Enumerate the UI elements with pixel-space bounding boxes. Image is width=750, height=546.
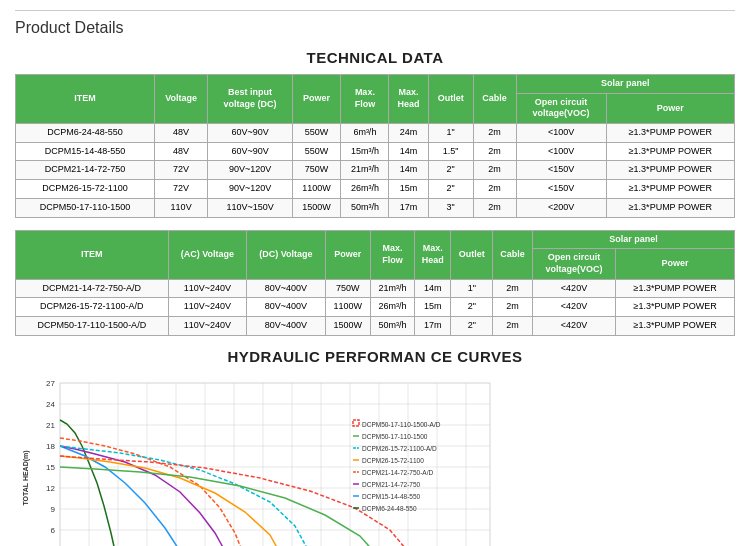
table-row: DCPM50-17-110-1500 110V 110V~150V 1500W …: [16, 198, 735, 217]
cell: 90V~120V: [208, 161, 292, 180]
cell: <150V: [516, 180, 606, 199]
col-max-head2: Max.Head: [415, 230, 451, 279]
cell: 26m³/h: [341, 180, 389, 199]
cell: 2m: [473, 142, 516, 161]
cell: 50m³/h: [370, 316, 414, 335]
cell: 1.5": [428, 142, 473, 161]
col-cable2: Cable: [493, 230, 533, 279]
svg-text:12: 12: [46, 484, 55, 493]
table-row: DCPM26-15-72-1100 72V 90V~120V 1100W 26m…: [16, 180, 735, 199]
col-solar-panel2: Solar panel: [532, 230, 734, 249]
table-row: DCPM50-17-110-1500-A/D 110V~240V 80V~400…: [16, 316, 735, 335]
svg-text:DCPM26-15-72-1100: DCPM26-15-72-1100: [362, 457, 424, 464]
cell: ≥1.3*PUMP POWER: [606, 161, 734, 180]
cell: ≥1.3*PUMP POWER: [606, 180, 734, 199]
cell: 2m: [493, 279, 533, 298]
cell: 110V~240V: [168, 298, 246, 317]
cell: 6m³/h: [341, 124, 389, 143]
cell: 90V~120V: [208, 180, 292, 199]
cell: 1500W: [292, 198, 341, 217]
svg-text:TOTAL HEAD(m): TOTAL HEAD(m): [22, 450, 30, 505]
svg-text:DCPM15-14-48-550: DCPM15-14-48-550: [362, 493, 421, 500]
table-row: DCPM21-14-72-750 72V 90V~120V 750W 21m³/…: [16, 161, 735, 180]
cell: 17m: [415, 316, 451, 335]
cell: 21m³/h: [370, 279, 414, 298]
section2-title: HYDRAULIC PERFORMAN CE CURVES: [15, 348, 735, 365]
col-open-circuit2: Open circuitvoltage(VOC): [532, 249, 615, 279]
col-max-flow2: Max.Flow: [370, 230, 414, 279]
svg-text:DCPM26-15-72-1100-A/D: DCPM26-15-72-1100-A/D: [362, 445, 437, 452]
cell: 1": [451, 279, 493, 298]
cell: 2": [451, 298, 493, 317]
table-row: DCPM21-14-72-750-A/D 110V~240V 80V~400V …: [16, 279, 735, 298]
cell: 2m: [493, 316, 533, 335]
cell: 50m³/h: [341, 198, 389, 217]
cell: 2": [428, 161, 473, 180]
page-wrapper: Product Details TECHNICAL DATA ITEM Volt…: [0, 0, 750, 546]
cell: 17m: [389, 198, 428, 217]
cell: 80V~400V: [247, 298, 325, 317]
cell: DCPM6-24-48-550: [16, 124, 155, 143]
col-power2: Power: [325, 230, 370, 279]
col-solar-power2: Power: [616, 249, 735, 279]
cell: 14m: [415, 279, 451, 298]
cell: 80V~400V: [247, 316, 325, 335]
svg-text:24: 24: [46, 400, 55, 409]
svg-text:18: 18: [46, 442, 55, 451]
col-ac-voltage: (AC) Voltage: [168, 230, 246, 279]
cell: 26m³/h: [370, 298, 414, 317]
cell: 2m: [473, 180, 516, 199]
cell: <100V: [516, 124, 606, 143]
col-voltage: Voltage: [154, 75, 208, 124]
cell: 1": [428, 124, 473, 143]
table-row: DCPM6-24-48-550 48V 60V~90V 550W 6m³/h 2…: [16, 124, 735, 143]
cell: DCPM50-17-110-1500: [16, 198, 155, 217]
cell: 15m: [389, 180, 428, 199]
col-open-circuit: Open circuitvoltage(VOC): [516, 93, 606, 123]
cell: <420V: [532, 279, 615, 298]
chart-svg: 27 24 21 18 15 12 9 6 3 0 0 4 8 12 16 20…: [15, 373, 735, 546]
svg-text:9: 9: [51, 505, 56, 514]
cell: 550W: [292, 124, 341, 143]
svg-text:15: 15: [46, 463, 55, 472]
svg-text:DCPM21-14-72-750: DCPM21-14-72-750: [362, 481, 421, 488]
cell: 60V~90V: [208, 124, 292, 143]
cell: 24m: [389, 124, 428, 143]
table-row: DCPM26-15-72-1100-A/D 110V~240V 80V~400V…: [16, 298, 735, 317]
cell: 1500W: [325, 316, 370, 335]
cell: DCPM21-14-72-750-A/D: [16, 279, 169, 298]
cell: 1100W: [325, 298, 370, 317]
cell: DCPM26-15-72-1100: [16, 180, 155, 199]
cell: DCPM26-15-72-1100-A/D: [16, 298, 169, 317]
col-outlet: Outlet: [428, 75, 473, 124]
cell: ≥1.3*PUMP POWER: [616, 298, 735, 317]
col-item2: ITEM: [16, 230, 169, 279]
cell: 72V: [154, 161, 208, 180]
cell: 2m: [473, 161, 516, 180]
cell: 72V: [154, 180, 208, 199]
col-item: ITEM: [16, 75, 155, 124]
col-max-head: Max.Head: [389, 75, 428, 124]
cell: 2": [451, 316, 493, 335]
cell: 60V~90V: [208, 142, 292, 161]
cell: <150V: [516, 161, 606, 180]
cell: <100V: [516, 142, 606, 161]
cell: 14m: [389, 161, 428, 180]
svg-text:21: 21: [46, 421, 55, 430]
svg-text:DCPM6-24-48-550: DCPM6-24-48-550: [362, 505, 417, 512]
col-solar-power: Power: [606, 93, 734, 123]
cell: ≥1.3*PUMP POWER: [616, 279, 735, 298]
cell: ≥1.3*PUMP POWER: [606, 142, 734, 161]
cell: 550W: [292, 142, 341, 161]
cell: 110V~150V: [208, 198, 292, 217]
col-best-input: Best inputvoltage (DC): [208, 75, 292, 124]
cell: 110V: [154, 198, 208, 217]
cell: <200V: [516, 198, 606, 217]
cell: 110V~240V: [168, 279, 246, 298]
table2: ITEM (AC) Voltage (DC) Voltage Power Max…: [15, 230, 735, 336]
cell: 1100W: [292, 180, 341, 199]
col-outlet2: Outlet: [451, 230, 493, 279]
cell: ≥1.3*PUMP POWER: [616, 316, 735, 335]
cell: 2m: [473, 124, 516, 143]
svg-text:DCPM50-17-110-1500: DCPM50-17-110-1500: [362, 433, 428, 440]
